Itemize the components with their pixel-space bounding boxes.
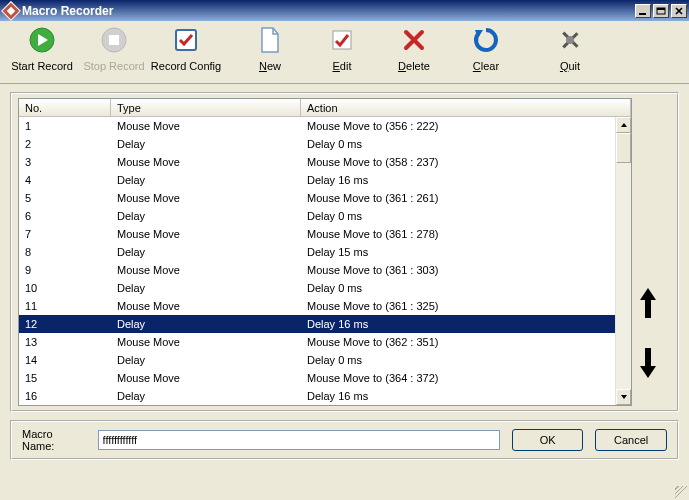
- scroll-down-icon[interactable]: [616, 389, 631, 405]
- cell-type: Mouse Move: [111, 119, 301, 133]
- config-icon: [172, 26, 200, 54]
- move-up-button[interactable]: [636, 284, 660, 322]
- cell-type: Mouse Move: [111, 335, 301, 349]
- cell-no: 4: [19, 173, 111, 187]
- cell-action: Delay 15 ms: [301, 245, 615, 259]
- cell-action: Delay 16 ms: [301, 173, 615, 187]
- cell-type: Mouse Move: [111, 371, 301, 385]
- cell-type: Delay: [111, 317, 301, 331]
- cell-type: Mouse Move: [111, 155, 301, 169]
- cell-action: Mouse Move to (361 : 303): [301, 263, 615, 277]
- cell-type: Delay: [111, 137, 301, 151]
- table-row[interactable]: 3Mouse MoveMouse Move to (358 : 237): [19, 153, 615, 171]
- record-config-button[interactable]: Record Config: [150, 23, 222, 81]
- cell-action: Delay 0 ms: [301, 209, 615, 223]
- table-row[interactable]: 13Mouse MoveMouse Move to (362 : 351): [19, 333, 615, 351]
- start-record-button[interactable]: Start Record: [6, 23, 78, 81]
- cell-action: Delay 0 ms: [301, 137, 615, 151]
- table-row[interactable]: 10DelayDelay 0 ms: [19, 279, 615, 297]
- start-record-label: Start Record: [11, 60, 73, 72]
- cell-type: Delay: [111, 209, 301, 223]
- play-icon: [28, 26, 56, 54]
- vertical-scrollbar[interactable]: [615, 117, 631, 405]
- window-title: Macro Recorder: [22, 4, 113, 18]
- resize-grip[interactable]: [675, 486, 687, 498]
- delete-icon: [400, 26, 428, 54]
- table-row[interactable]: 14DelayDelay 0 ms: [19, 351, 615, 369]
- stop-record-button: Stop Record: [78, 23, 150, 81]
- scroll-up-icon[interactable]: [616, 117, 631, 133]
- table-row[interactable]: 2DelayDelay 0 ms: [19, 135, 615, 153]
- col-header-type[interactable]: Type: [111, 99, 301, 116]
- table-row[interactable]: 7Mouse MoveMouse Move to (361 : 278): [19, 225, 615, 243]
- table-row[interactable]: 4DelayDelay 16 ms: [19, 171, 615, 189]
- cell-no: 10: [19, 281, 111, 295]
- edit-label: Edit: [333, 60, 352, 72]
- cell-no: 13: [19, 335, 111, 349]
- clear-label: Clear: [473, 60, 499, 72]
- toolbar: Start Record Stop Record Record Config N…: [0, 21, 689, 84]
- cell-no: 11: [19, 299, 111, 313]
- cell-action: Delay 16 ms: [301, 389, 615, 403]
- table-row[interactable]: 6DelayDelay 0 ms: [19, 207, 615, 225]
- new-file-icon: [256, 26, 284, 54]
- cell-no: 3: [19, 155, 111, 169]
- app-icon: [1, 1, 21, 21]
- maximize-button[interactable]: [653, 4, 669, 18]
- cell-type: Delay: [111, 353, 301, 367]
- delete-button[interactable]: Delete: [378, 23, 450, 81]
- cell-type: Mouse Move: [111, 263, 301, 277]
- table-row[interactable]: 5Mouse MoveMouse Move to (361 : 261): [19, 189, 615, 207]
- cell-type: Mouse Move: [111, 227, 301, 241]
- svg-marker-20: [640, 348, 656, 378]
- table-row[interactable]: 16DelayDelay 16 ms: [19, 387, 615, 405]
- svg-rect-10: [333, 31, 351, 49]
- quit-button[interactable]: Quit: [534, 23, 606, 81]
- list-header[interactable]: No. Type Action: [19, 99, 631, 117]
- quit-icon: [556, 26, 584, 54]
- cell-no: 16: [19, 389, 111, 403]
- table-row[interactable]: 15Mouse MoveMouse Move to (364 : 372): [19, 369, 615, 387]
- cell-action: Mouse Move to (361 : 261): [301, 191, 615, 205]
- svg-point-16: [566, 36, 574, 44]
- cell-action: Mouse Move to (356 : 222): [301, 119, 615, 133]
- table-row[interactable]: 12DelayDelay 16 ms: [19, 315, 615, 333]
- macro-list[interactable]: No. Type Action 1Mouse MoveMouse Move to…: [18, 98, 632, 406]
- edit-icon: [328, 26, 356, 54]
- cell-no: 15: [19, 371, 111, 385]
- cell-type: Delay: [111, 173, 301, 187]
- move-down-button[interactable]: [636, 344, 660, 382]
- clear-button[interactable]: Clear: [450, 23, 522, 81]
- main-frame: No. Type Action 1Mouse MoveMouse Move to…: [10, 92, 679, 412]
- svg-marker-17: [621, 123, 627, 127]
- col-header-no[interactable]: No.: [19, 99, 111, 116]
- svg-marker-18: [621, 395, 627, 399]
- cell-no: 14: [19, 353, 111, 367]
- scroll-thumb[interactable]: [616, 133, 631, 163]
- cell-action: Mouse Move to (361 : 325): [301, 299, 615, 313]
- cancel-button[interactable]: Cancel: [595, 429, 667, 451]
- col-header-action[interactable]: Action: [301, 99, 631, 116]
- stop-icon: [100, 26, 128, 54]
- macro-name-input[interactable]: [98, 430, 500, 450]
- minimize-button[interactable]: [635, 4, 651, 18]
- cell-action: Mouse Move to (362 : 351): [301, 335, 615, 349]
- table-row[interactable]: 11Mouse MoveMouse Move to (361 : 325): [19, 297, 615, 315]
- table-row[interactable]: 8DelayDelay 15 ms: [19, 243, 615, 261]
- edit-button[interactable]: Edit: [306, 23, 378, 81]
- cell-no: 5: [19, 191, 111, 205]
- cell-no: 9: [19, 263, 111, 277]
- svg-rect-2: [657, 8, 665, 10]
- close-button[interactable]: [671, 4, 687, 18]
- table-row[interactable]: 1Mouse MoveMouse Move to (356 : 222): [19, 117, 615, 135]
- cell-action: Delay 0 ms: [301, 281, 615, 295]
- cell-no: 8: [19, 245, 111, 259]
- new-button[interactable]: New: [234, 23, 306, 81]
- table-row[interactable]: 9Mouse MoveMouse Move to (361 : 303): [19, 261, 615, 279]
- cell-type: Delay: [111, 389, 301, 403]
- cell-type: Delay: [111, 245, 301, 259]
- cell-no: 12: [19, 317, 111, 331]
- cell-no: 1: [19, 119, 111, 133]
- ok-button[interactable]: OK: [512, 429, 584, 451]
- clear-icon: [472, 26, 500, 54]
